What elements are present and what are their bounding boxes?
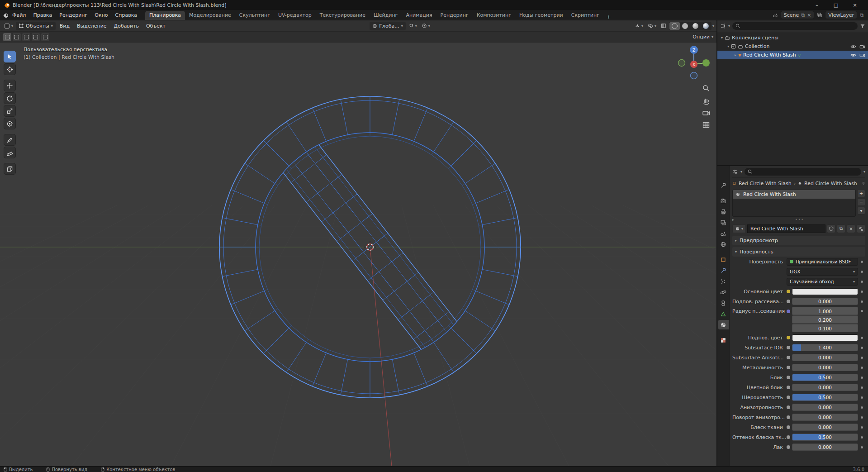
outliner-row-object-selected[interactable]: ▸ ▼ Red Circle With Slash ▽ [717, 51, 868, 59]
slot-specials-button[interactable]: ▾ [857, 207, 865, 215]
select-mode-new-button[interactable] [3, 33, 11, 41]
base-color-swatch[interactable] [792, 288, 858, 295]
tool-transform[interactable] [4, 118, 16, 129]
new-viewlayer-icon[interactable]: ⧉ [860, 12, 863, 18]
workspace-tab-scripting[interactable]: Скриптинг [567, 11, 603, 20]
radius-y-field[interactable]: 0.200 [792, 315, 858, 324]
add-slot-button[interactable]: + [857, 190, 865, 197]
tool-measure[interactable] [4, 147, 16, 158]
keyframe-dot-icon[interactable] [861, 300, 863, 303]
new-scene-icon[interactable]: ⧉ [801, 12, 805, 18]
filter-icon[interactable] [860, 24, 865, 29]
scene-selector[interactable]: Scene ⧉ × [781, 11, 815, 19]
blender-menu-icon[interactable] [3, 12, 9, 18]
properties-search-input[interactable] [745, 168, 861, 176]
material-slot-item[interactable]: Red Circle With Slash [733, 190, 855, 199]
tool-options-dropdown[interactable]: Опции ▾ [693, 34, 713, 40]
outliner-search-input[interactable] [732, 22, 858, 30]
browse-material-button[interactable]: ▾ [732, 224, 746, 233]
tab-world[interactable] [718, 239, 729, 249]
menu-edit[interactable]: Правка [29, 12, 56, 18]
xray-toggle[interactable] [659, 22, 668, 29]
keyframe-dot-icon[interactable] [861, 291, 863, 293]
gizmo-y-axis[interactable] [702, 59, 710, 67]
tool-cursor[interactable] [4, 63, 16, 75]
pin-icon[interactable] [862, 181, 865, 186]
remove-slot-button[interactable]: − [857, 198, 865, 206]
menu-help[interactable]: Справка [112, 12, 141, 18]
material-name-field[interactable]: Red Circle With Slash [747, 224, 825, 233]
properties-editor-icon[interactable] [732, 169, 738, 175]
tool-move[interactable] [4, 80, 16, 91]
transform-orientation-select[interactable]: Глоба... ▾ [370, 22, 406, 30]
shading-material-button[interactable] [690, 22, 701, 30]
specular-tint-slider[interactable]: 0.000 [792, 384, 858, 391]
sss-method-select[interactable]: Случайный обход ▾ [787, 278, 858, 286]
workspace-tab-shading[interactable]: Шейдинг [370, 11, 402, 20]
workspace-tab-modeling[interactable]: Моделирование [185, 11, 235, 20]
sheen-slider[interactable]: 0.000 [792, 424, 858, 431]
zoom-icon[interactable] [702, 84, 710, 92]
radius-x-field[interactable]: 1.000 [792, 307, 858, 315]
ortho-toggle-icon[interactable] [702, 121, 710, 129]
navigation-gizmo[interactable]: Z X [674, 43, 712, 81]
select-mode-invert-button[interactable] [32, 33, 40, 41]
proportional-editing-toggle[interactable]: ▾ [420, 22, 432, 29]
material-slot-list[interactable]: Red Circle With Slash [732, 190, 856, 217]
fake-user-button[interactable] [827, 224, 835, 233]
keyframe-dot-icon[interactable] [861, 446, 863, 448]
tab-object[interactable] [718, 255, 729, 264]
keyframe-dot-icon[interactable] [861, 426, 863, 429]
tool-add-cube[interactable] [4, 163, 16, 175]
radius-z-field[interactable]: 0.100 [792, 324, 858, 332]
keyframe-dot-icon[interactable] [861, 310, 863, 312]
panel-preview[interactable]: ▸ Предпросмотр [732, 236, 865, 245]
tab-output[interactable] [718, 207, 729, 216]
keyframe-dot-icon[interactable] [861, 271, 863, 273]
keyframe-dot-icon[interactable] [861, 357, 863, 359]
add-workspace-button[interactable]: + [603, 14, 614, 20]
maximize-button[interactable]: □ [826, 0, 845, 10]
unlink-material-button[interactable]: × [847, 224, 855, 233]
tab-modifiers[interactable] [718, 266, 729, 275]
keyframe-dot-icon[interactable] [861, 281, 863, 283]
show-gizmo-toggle[interactable]: ▾ [633, 22, 645, 29]
workspace-tab-compositing[interactable]: Композитинг [473, 11, 515, 20]
tool-rotate[interactable] [4, 92, 16, 104]
distribution-select[interactable]: GGX ▾ [787, 268, 858, 276]
tab-physics[interactable] [718, 287, 729, 297]
keyframe-dot-icon[interactable] [861, 261, 863, 263]
breadcrumb-object[interactable]: Red Circle With Slash [739, 181, 792, 186]
workspace-tab-animation[interactable]: Анимация [402, 11, 436, 20]
subsurface-ior-slider[interactable]: 1.400 [792, 344, 858, 351]
menu-render[interactable]: Рендеринг [56, 12, 91, 18]
keyframe-dot-icon[interactable] [861, 347, 863, 349]
camera-view-icon[interactable] [702, 109, 710, 117]
menu-select[interactable]: Выделение [74, 23, 110, 29]
tab-tool[interactable] [718, 181, 729, 190]
chevron-down-icon[interactable]: ▾ [712, 24, 714, 28]
tab-render[interactable] [718, 196, 729, 205]
anisotropic-rotation-slider[interactable]: 0.000 [792, 414, 858, 421]
menu-file[interactable]: Файл [9, 12, 29, 18]
disable-render-camera-icon[interactable] [859, 52, 865, 57]
keyframe-dot-icon[interactable] [861, 396, 863, 399]
close-button[interactable]: × [845, 0, 864, 10]
snap-toggle[interactable]: ▾ [407, 22, 419, 29]
keyframe-dot-icon[interactable] [861, 337, 863, 339]
outliner-row-scene-collection[interactable]: ▾ Коллекция сцены [717, 33, 868, 42]
sheen-tint-slider[interactable]: 0.500 [792, 434, 858, 441]
checkbox-icon[interactable] [731, 44, 736, 49]
expand-icon[interactable]: ▾ [721, 36, 723, 40]
keyframe-dot-icon[interactable] [861, 416, 863, 419]
shading-rendered-button[interactable] [701, 22, 711, 30]
expand-icon[interactable]: ▾ [727, 44, 729, 48]
specular-slider[interactable]: 0.500 [792, 374, 858, 381]
gizmo-minus-y-axis[interactable] [678, 60, 685, 67]
subsurface-slider[interactable]: 0.000 [792, 298, 858, 305]
expand-icon[interactable]: ▸ [735, 53, 736, 57]
clearcoat-slider[interactable]: 0.000 [792, 443, 858, 451]
tab-object-data[interactable] [718, 309, 729, 319]
workspace-tab-geometry-nodes[interactable]: Ноды геометрии [515, 11, 567, 20]
menu-object[interactable]: Объект [143, 23, 169, 29]
